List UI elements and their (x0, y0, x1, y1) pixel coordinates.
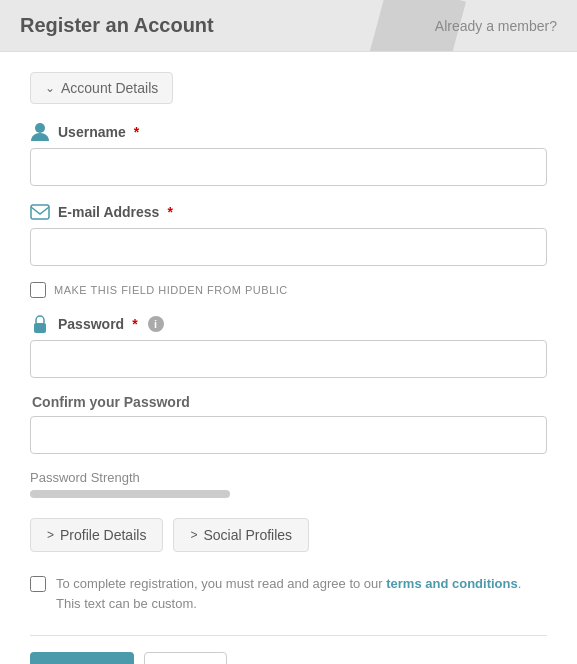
password-label: Password (58, 316, 124, 332)
terms-checkbox[interactable] (30, 576, 46, 592)
svg-rect-1 (31, 205, 49, 219)
email-label-row: E-mail Address * (30, 202, 547, 222)
hide-field-label: MAKE THIS FIELD HIDDEN FROM PUBLIC (54, 284, 288, 296)
account-details-toggle[interactable]: ⌄ Account Details (30, 72, 173, 104)
user-icon (30, 122, 50, 142)
hide-field-checkbox[interactable] (30, 282, 46, 298)
email-label: E-mail Address (58, 204, 159, 220)
password-strength-section: Password Strength (30, 470, 547, 498)
form-body: ⌄ Account Details Username * (0, 52, 577, 664)
login-button[interactable]: Login (144, 652, 227, 664)
page-title: Register an Account (20, 14, 214, 37)
email-input[interactable] (30, 228, 547, 266)
action-buttons: Register Login (30, 652, 547, 664)
strength-bar-background (30, 490, 230, 498)
confirm-password-field-group: Confirm your Password (30, 394, 547, 454)
confirm-password-input[interactable] (30, 416, 547, 454)
email-field-group: E-mail Address * (30, 202, 547, 266)
page-wrapper: Register an Account Already a member? ⌄ … (0, 0, 577, 664)
username-input[interactable] (30, 148, 547, 186)
social-chevron-icon: > (190, 528, 197, 542)
register-button[interactable]: Register (30, 652, 134, 664)
username-label: Username (58, 124, 126, 140)
password-strength-label: Password Strength (30, 470, 547, 485)
terms-link[interactable]: terms and conditions (386, 576, 517, 591)
accordion-buttons: > Profile Details > Social Profiles (30, 518, 547, 552)
svg-rect-2 (34, 323, 46, 333)
hide-field-row: MAKE THIS FIELD HIDDEN FROM PUBLIC (30, 282, 547, 298)
terms-text: To complete registration, you must read … (56, 574, 547, 613)
svg-point-0 (35, 123, 45, 133)
username-required: * (134, 124, 139, 140)
profile-details-button[interactable]: > Profile Details (30, 518, 163, 552)
social-profiles-button[interactable]: > Social Profiles (173, 518, 309, 552)
info-icon[interactable]: i (148, 316, 164, 332)
already-member-link[interactable]: Already a member? (435, 18, 557, 34)
password-field-group: Password * i (30, 314, 547, 378)
header: Register an Account Already a member? (0, 0, 577, 52)
username-field-group: Username * (30, 122, 547, 186)
terms-row: To complete registration, you must read … (30, 574, 547, 613)
profile-details-label: Profile Details (60, 527, 146, 543)
social-profiles-label: Social Profiles (203, 527, 292, 543)
chevron-down-icon: ⌄ (45, 81, 55, 95)
email-icon (30, 202, 50, 222)
terms-text-before: To complete registration, you must read … (56, 576, 386, 591)
profile-chevron-icon: > (47, 528, 54, 542)
username-label-row: Username * (30, 122, 547, 142)
email-required: * (167, 204, 172, 220)
lock-icon (30, 314, 50, 334)
password-input[interactable] (30, 340, 547, 378)
password-required: * (132, 316, 137, 332)
divider (30, 635, 547, 636)
password-label-row: Password * i (30, 314, 547, 334)
account-details-label: Account Details (61, 80, 158, 96)
confirm-password-label: Confirm your Password (30, 394, 547, 410)
